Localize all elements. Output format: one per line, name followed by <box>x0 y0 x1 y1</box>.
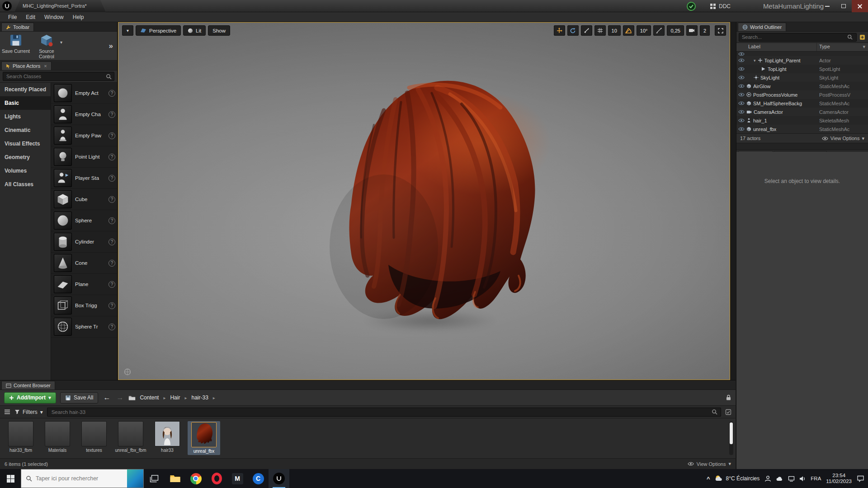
visibility-eye-icon[interactable] <box>736 75 746 80</box>
ddc-indicator[interactable]: DDC <box>710 0 731 12</box>
asset-tile-unreal-fbx[interactable]: unreal_fbx <box>188 421 220 455</box>
place-actor-item-cone[interactable]: Cone ? <box>51 253 117 274</box>
visibility-eye-icon[interactable] <box>736 118 746 122</box>
outliner-row[interactable]: ▾ TopLight_Parent Actor <box>736 56 868 65</box>
content-browser-search-input[interactable] <box>47 408 721 417</box>
file-explorer-button[interactable] <box>165 469 185 488</box>
outliner-row[interactable]: hair_1 SkeletalMesh <box>736 116 868 125</box>
help-icon[interactable]: ? <box>108 111 115 118</box>
place-actor-item-empty-pawn[interactable]: Empty Paw ? <box>51 125 117 146</box>
close-tab-icon[interactable]: × <box>44 63 47 69</box>
category-lights[interactable]: Lights <box>0 110 51 123</box>
place-actor-item-cube[interactable]: Cube ? <box>51 189 117 210</box>
outliner-row[interactable]: PostProcessVolume PostProcessV <box>736 90 868 99</box>
category-visual-effects[interactable]: Visual Effects <box>0 137 51 150</box>
cb-view-options-button[interactable]: View Options <box>697 461 726 467</box>
place-actor-item-sphere-trigger[interactable]: Sphere Tr ? <box>51 316 117 338</box>
scale-tool-button[interactable] <box>581 25 592 36</box>
category-basic[interactable]: Basic <box>0 96 51 110</box>
m-app-button[interactable]: M <box>227 469 248 488</box>
place-actor-item-sphere[interactable]: Sphere ? <box>51 210 117 231</box>
outliner-row-clipped[interactable] <box>736 52 868 56</box>
maximize-viewport-button[interactable] <box>715 25 726 36</box>
view-mode-button[interactable]: Lit <box>183 25 206 36</box>
user-tray-icon[interactable] <box>764 475 771 482</box>
category-all-classes[interactable]: All Classes <box>0 178 51 191</box>
visibility-eye-icon[interactable] <box>736 93 746 97</box>
search-highlight-image[interactable] <box>127 469 143 488</box>
outliner-row[interactable]: CameraActor CameraActor <box>736 108 868 116</box>
rotate-tool-button[interactable] <box>567 25 579 36</box>
tab-place-actors[interactable]: Place Actors × <box>1 61 52 70</box>
menu-window[interactable]: Window <box>40 12 68 22</box>
visibility-eye-icon[interactable] <box>736 101 746 105</box>
taskbar-search-input[interactable] <box>36 469 123 488</box>
opera-button[interactable] <box>206 469 227 488</box>
level-tab[interactable]: MHC_LightingPreset_Portra* <box>14 0 106 12</box>
taskbar-search-box[interactable] <box>21 469 144 488</box>
save-current-button[interactable]: Save Current <box>1 33 31 54</box>
grid-snap-value[interactable]: 10 <box>608 25 621 36</box>
help-icon[interactable]: ? <box>108 324 115 330</box>
column-label[interactable]: Label <box>748 44 760 49</box>
place-actor-item-plane[interactable]: Plane ? <box>51 274 117 295</box>
menu-file[interactable]: File <box>4 12 21 22</box>
help-icon[interactable]: ? <box>108 239 115 245</box>
help-icon[interactable]: ? <box>108 154 115 160</box>
asset-tile-materials[interactable]: Materials <box>41 421 74 453</box>
help-icon[interactable]: ? <box>108 175 115 182</box>
column-options-icon[interactable]: ▾ <box>863 44 865 50</box>
back-button[interactable]: ← <box>102 394 111 402</box>
place-actor-item-point-light[interactable]: Point Light ? <box>51 146 117 168</box>
visibility-eye-icon[interactable] <box>736 110 746 114</box>
place-actor-item-box-trigger[interactable]: Box Trigg ? <box>51 295 117 316</box>
clock-widget[interactable]: 23:54 11/02/2023 <box>826 473 852 485</box>
save-search-icon[interactable] <box>725 409 731 415</box>
start-button[interactable] <box>0 469 21 488</box>
scale-snap-button[interactable] <box>653 25 665 36</box>
asset-tile-textures[interactable]: textures <box>78 421 110 453</box>
breadcrumb-content[interactable]: Content <box>140 394 159 401</box>
outliner-create-icon[interactable] <box>859 34 866 41</box>
category-cinematic[interactable]: Cinematic <box>0 123 51 137</box>
close-button[interactable] <box>852 0 868 12</box>
outliner-row[interactable]: TopLight SpotLight <box>736 65 868 73</box>
scrollbar-thumb[interactable] <box>730 422 733 444</box>
save-all-button[interactable]: Save All <box>60 392 98 404</box>
place-actor-item-player-start[interactable]: Player Sta ? <box>51 168 117 189</box>
help-icon[interactable]: ? <box>108 132 115 139</box>
outliner-row[interactable]: unreal_fbx StaticMeshAc <box>736 125 868 133</box>
show-flags-button[interactable]: Show <box>208 25 230 36</box>
visibility-eye-icon[interactable] <box>736 58 746 62</box>
volume-tray-icon[interactable] <box>799 476 806 482</box>
help-icon[interactable]: ? <box>108 281 115 288</box>
task-view-button[interactable] <box>144 469 165 488</box>
viewport-canvas[interactable]: ▾ Perspective Lit Show 10 10° <box>118 22 730 380</box>
add-import-button[interactable]: Add/Import ▾ <box>4 392 56 404</box>
assets-scrollbar[interactable] <box>729 422 733 455</box>
translate-tool-button[interactable] <box>554 25 565 36</box>
visibility-eye-icon[interactable] <box>736 67 746 71</box>
visibility-eye-icon[interactable] <box>736 84 746 88</box>
asset-tile-hair33-fbm[interactable]: hair33_fbm <box>5 421 37 453</box>
outliner-search-input[interactable] <box>739 33 857 42</box>
expander-icon[interactable]: ▾ <box>754 58 756 63</box>
sources-panel-icon[interactable] <box>4 409 10 414</box>
outliner-row[interactable]: SkyLight SkyLight <box>736 73 868 82</box>
help-icon[interactable]: ? <box>108 90 115 97</box>
weather-widget[interactable]: 8°C Éclaircies <box>715 475 760 482</box>
scale-snap-value[interactable]: 0,25 <box>667 25 684 36</box>
place-actor-item-cylinder[interactable]: Cylinder ? <box>51 231 117 253</box>
category-volumes[interactable]: Volumes <box>0 164 51 178</box>
asset-tile-unreal-fbx-fbm[interactable]: unreal_fbx_fbm <box>114 421 147 453</box>
asset-tile-hair33[interactable]: hair33 <box>151 421 184 453</box>
category-recently-placed[interactable]: Recently Placed <box>0 83 51 96</box>
angle-snap-value[interactable]: 10° <box>637 25 651 36</box>
menu-help[interactable]: Help <box>68 12 89 22</box>
category-geometry[interactable]: Geometry <box>0 150 51 164</box>
c-app-button[interactable]: C <box>248 469 269 488</box>
breadcrumb-hair33[interactable]: hair-33 <box>192 394 208 401</box>
camera-mode-button[interactable]: Perspective <box>136 25 181 36</box>
tray-expand-button[interactable]: ^ <box>707 475 710 482</box>
minimize-button[interactable] <box>819 0 835 12</box>
